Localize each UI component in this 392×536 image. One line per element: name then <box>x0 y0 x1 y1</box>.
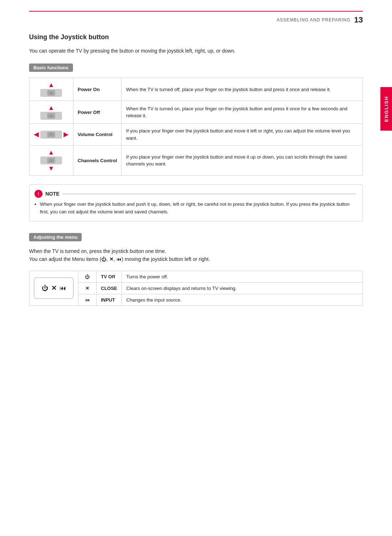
function-label: Power On <box>73 78 122 101</box>
function-label: Power Off <box>73 101 122 124</box>
section-name: ASSEMBLING AND PREPARING <box>277 17 350 22</box>
basic-functions-badge: Basic functions <box>29 64 73 72</box>
input-icon: ⏮ <box>60 285 66 292</box>
table-row: ▲ ◁▷ Power On When the TV is turned off,… <box>29 78 363 101</box>
arrow-up-icon: ▲ <box>48 105 54 111</box>
header-divider <box>29 11 363 12</box>
menu-description: Changes the input source. <box>122 294 363 306</box>
arrow-up-icon: ▲ <box>48 149 54 156</box>
arrow-down-icon: ▼ <box>48 165 54 172</box>
arrow-left-icon: ◀ <box>34 130 39 139</box>
arrow-up-icon: ▲ <box>48 82 54 88</box>
icon-cell-power-off: ▲ ◁▷ <box>29 101 73 124</box>
menu-intro-line1: When the TV is turned on, press the joys… <box>29 247 363 255</box>
joystick-base: ◁▷ <box>40 156 62 164</box>
arrow-right-icon: ▶ <box>64 130 69 139</box>
menu-intro-line2: You can adjust the Menu items (⏻, ✕, ⏮) … <box>29 255 363 263</box>
menu-intro: When the TV is turned on, press the joys… <box>29 247 363 263</box>
table-row: ▲ ◁▷ Power Off When the TV is turned on,… <box>29 101 363 124</box>
language-tab: ENGLISH <box>380 87 392 131</box>
icon-cell-volume: ◀ ◁▷ ▶ <box>29 124 73 146</box>
function-description: If you place your finger over the joysti… <box>122 124 363 146</box>
x-icon: ✕ <box>51 284 57 292</box>
function-description: When the TV is turned on, place your fin… <box>122 101 363 124</box>
joystick-button: ◁▷ <box>47 132 55 138</box>
section-intro: You can operate the TV by pressing the b… <box>29 47 363 55</box>
table-row: ▲ ◁▷ ▼ Channels Control If you place you… <box>29 146 363 176</box>
table-row: ⏮ INPUT Changes the input source. <box>29 294 363 306</box>
table-row: ✕ CLOSE Clears on-screen displays and re… <box>29 282 363 294</box>
note-content: • When your finger over the joystick but… <box>34 201 356 216</box>
menu-icon-cell: ⏻ ✕ ⏮ <box>29 271 78 306</box>
joystick-base: ◁▷ <box>40 131 62 139</box>
note-title: NOTE <box>45 191 60 197</box>
note-text: When your finger over the joystick butto… <box>38 201 356 216</box>
menu-symbol: ⏻ <box>78 271 97 282</box>
power-icon: ⏻ <box>42 285 48 292</box>
note-header: ! NOTE <box>34 190 356 198</box>
menu-icon-combined: ⏻ ✕ ⏮ <box>34 277 74 299</box>
menu-symbol: ✕ <box>78 282 97 294</box>
function-description: When the TV is turned off, place your fi… <box>122 78 363 101</box>
menu-label: INPUT <box>97 294 122 306</box>
page-number: 13 <box>354 15 363 25</box>
joystick-base: ◁▷ <box>40 112 62 120</box>
note-icon: ! <box>34 190 42 198</box>
menu-label: CLOSE <box>97 282 122 294</box>
menu-description: Clears on-screen displays and returns to… <box>122 282 363 294</box>
function-label: Volume Control <box>73 124 122 146</box>
adjusting-menu-badge: Adjusting the menu <box>29 233 82 241</box>
bullet-dot: • <box>34 201 36 207</box>
joystick-button: ◁▷ <box>47 90 55 96</box>
joystick-button: ◁▷ <box>47 113 55 119</box>
note-box: ! NOTE • When your finger over the joyst… <box>29 184 363 221</box>
icon-cell-power-on: ▲ ◁▷ <box>29 78 73 101</box>
function-label: Channels Control <box>73 146 122 176</box>
menu-label: TV Off <box>97 271 122 282</box>
table-row: ⏻ ✕ ⏮ ⏻ TV Off Turns the power off. <box>29 271 363 282</box>
basic-functions-table: ▲ ◁▷ Power On When the TV is turned off,… <box>29 78 363 176</box>
icon-cell-channels: ▲ ◁▷ ▼ <box>29 146 73 176</box>
function-description: If you place your finger over the joysti… <box>122 146 363 176</box>
menu-description: Turns the power off. <box>122 271 363 282</box>
joystick-button: ◁▷ <box>47 157 55 163</box>
note-divider <box>62 194 356 194</box>
header-row: ASSEMBLING AND PREPARING 13 <box>29 15 363 25</box>
section-title: Using the Joystick button <box>29 33 363 41</box>
menu-symbol: ⏮ <box>78 294 97 306</box>
joystick-base: ◁▷ <box>40 89 62 97</box>
adjusting-menu-table: ⏻ ✕ ⏮ ⏻ TV Off Turns the power off. ✕ CL… <box>29 271 363 306</box>
table-row: ◀ ◁▷ ▶ Volume Control If you place your … <box>29 124 363 146</box>
